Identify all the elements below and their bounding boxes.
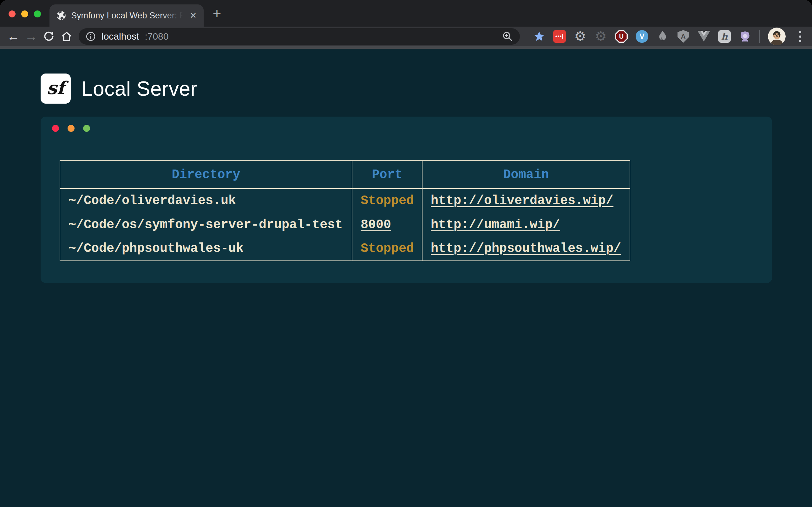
bookmark-star-icon[interactable]	[533, 31, 545, 43]
page-content: sf Local Server Directory Port Domain	[0, 49, 812, 507]
extension-vue-icon[interactable]	[698, 30, 710, 43]
page-title: Local Server	[82, 77, 197, 101]
port-link[interactable]: 8000	[361, 218, 391, 232]
port-cell: 8000	[352, 213, 422, 237]
tab-close-icon[interactable]: ✕	[190, 11, 197, 20]
table-row: ~/Code/phpsouthwales-uk Stopped http://p…	[60, 237, 630, 261]
directory-cell: ~/Code/phpsouthwales-uk	[60, 237, 352, 261]
domain-link[interactable]: http://umami.wip/	[431, 218, 560, 232]
brand-header: sf Local Server	[41, 73, 197, 104]
url-port: :7080	[145, 31, 168, 42]
domain-cell: http://oliverdavies.wip/	[422, 188, 630, 213]
port-status: Stopped	[352, 237, 422, 261]
browser-tab[interactable]: Symfony Local Web Server: Prox ✕	[49, 4, 204, 26]
directory-cell: ~/Code/oliverdavies.uk	[60, 188, 352, 213]
domain-link[interactable]: http://phpsouthwales.wip/	[431, 241, 621, 256]
servers-table: Directory Port Domain ~/Code/oliverdavie…	[60, 160, 630, 261]
tab-strip: Symfony Local Web Server: Prox ✕ +	[0, 0, 812, 26]
port-status: Stopped	[352, 188, 422, 213]
browser-menu-icon[interactable]	[794, 31, 806, 42]
toolbar-divider	[759, 30, 760, 43]
panel-window-dots	[52, 125, 90, 132]
panel-green-dot	[83, 125, 90, 132]
domain-cell: http://umami.wip/	[422, 213, 630, 237]
window-minimize-button[interactable]	[21, 10, 28, 17]
profile-avatar[interactable]	[768, 27, 786, 45]
extension-gear-dim-icon[interactable]: ⚙	[595, 30, 607, 43]
panel-red-dot	[52, 125, 59, 132]
domain-link[interactable]: http://oliverdavies.wip/	[431, 193, 613, 208]
toolbar-actions: •••| ⚙ ⚙ U V A	[525, 27, 806, 45]
home-icon[interactable]	[58, 27, 75, 45]
server-panel: Directory Port Domain ~/Code/oliverdavie…	[41, 117, 772, 283]
directory-cell: ~/Code/os/symfony-server-drupal-test	[60, 213, 352, 237]
tab-title: Symfony Local Web Server: Prox	[71, 11, 183, 20]
reload-icon[interactable]	[40, 27, 58, 45]
extension-ublock-icon[interactable]: U	[615, 30, 628, 43]
browser-window: Symfony Local Web Server: Prox ✕ + ← →	[0, 0, 812, 507]
url-host: localhost	[101, 31, 139, 42]
extension-vimium-icon[interactable]: V	[636, 30, 648, 43]
table-header-row: Directory Port Domain	[60, 161, 630, 188]
globe-favicon-icon	[56, 11, 66, 20]
extension-gear-icon[interactable]: ⚙	[574, 30, 587, 43]
header-port: Port	[352, 161, 422, 188]
extension-honey-icon[interactable]: h	[718, 30, 731, 43]
header-domain: Domain	[422, 161, 630, 188]
table-row: ~/Code/oliverdavies.uk Stopped http://ol…	[60, 188, 630, 213]
header-directory: Directory	[60, 161, 352, 188]
window-zoom-button[interactable]	[34, 10, 41, 17]
table-row: ~/Code/os/symfony-server-drupal-test 800…	[60, 213, 630, 237]
new-tab-button[interactable]: +	[209, 6, 224, 21]
forward-icon[interactable]: →	[22, 27, 40, 45]
domain-cell: http://phpsouthwales.wip/	[422, 237, 630, 261]
site-info-icon[interactable]	[86, 32, 96, 42]
extension-angular-shield-icon[interactable]: A	[677, 30, 690, 43]
browser-toolbar: ← → localhost :7080	[0, 26, 812, 46]
extension-drupal-icon[interactable]	[656, 30, 669, 43]
toolbar-edge-divider	[0, 46, 812, 49]
symfony-logo-icon: sf	[41, 73, 71, 104]
extension-password-manager-icon[interactable]: •••|	[553, 30, 566, 43]
panel-orange-dot	[67, 125, 74, 132]
window-controls	[9, 10, 41, 17]
extension-octotree-icon[interactable]	[739, 30, 751, 43]
window-close-button[interactable]	[9, 10, 15, 17]
back-icon[interactable]: ←	[4, 27, 22, 45]
address-bar[interactable]: localhost :7080	[79, 28, 520, 45]
zoom-indicator-icon[interactable]	[502, 31, 513, 42]
